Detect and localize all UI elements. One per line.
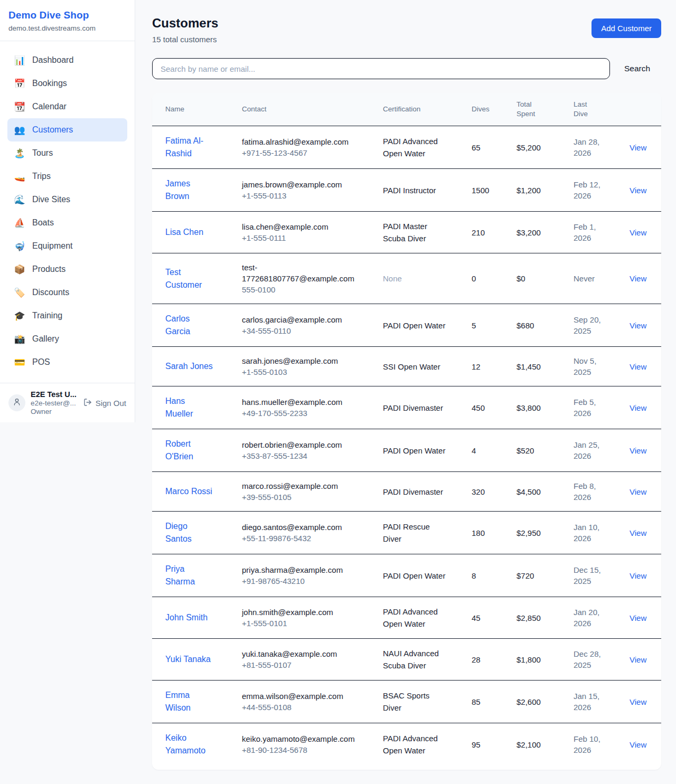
- customer-email: diego.santos@example.com: [242, 522, 355, 533]
- table-row: Robert O'Brien robert.obrien@example.com…: [152, 429, 661, 472]
- view-customer-link[interactable]: View: [630, 362, 646, 371]
- customer-phone: +39-555-0105: [242, 492, 355, 503]
- customer-name-link[interactable]: Carlos Garcia: [165, 314, 190, 336]
- customer-certification: PADI Instructor: [383, 176, 472, 205]
- sidebar-item-discounts[interactable]: 🏷️ Discounts: [7, 281, 127, 304]
- view-customer-link[interactable]: View: [630, 740, 646, 749]
- sidebar-item-label: Tours: [32, 148, 53, 158]
- customer-last-dive: Feb 12, 2026: [574, 171, 630, 210]
- customer-phone: +81-555-0107: [242, 659, 355, 670]
- view-customer-link[interactable]: View: [630, 528, 646, 537]
- customer-name-link[interactable]: Sarah Jones: [165, 362, 213, 371]
- customer-dives: 180: [472, 519, 517, 547]
- customer-certification: PADI Divemaster: [383, 477, 472, 506]
- search-bar: Search: [152, 58, 661, 79]
- customer-total-spent: $3,800: [517, 394, 574, 422]
- customer-name-link[interactable]: Hans Mueller: [165, 396, 193, 418]
- sidebar-header: Demo Dive Shop demo.test.divestreams.com: [0, 0, 135, 41]
- customer-email: hans.mueller@example.com: [242, 396, 355, 408]
- customer-name-link[interactable]: Marco Rossi: [165, 487, 212, 496]
- sidebar-user-section: E2E Test U... e2e-tester@... Owner Sign …: [0, 383, 135, 422]
- table-row: Lisa Chen lisa.chen@example.com +1-555-0…: [152, 212, 661, 253]
- sidebar: Demo Dive Shop demo.test.divestreams.com…: [0, 0, 135, 422]
- customer-dives: 85: [472, 688, 517, 716]
- customer-name-link[interactable]: Yuki Tanaka: [165, 655, 211, 664]
- view-customer-link[interactable]: View: [630, 403, 646, 412]
- customer-name-link[interactable]: Test Customer: [165, 268, 202, 289]
- sidebar-item-training[interactable]: 🎓 Training: [7, 304, 127, 327]
- view-customer-link[interactable]: View: [630, 613, 646, 622]
- view-customer-link[interactable]: View: [630, 274, 646, 283]
- sign-out-button[interactable]: Sign Out: [83, 398, 126, 408]
- add-customer-button[interactable]: Add Customer: [592, 18, 661, 38]
- customer-certification: PADI Open Water: [383, 561, 472, 590]
- customer-dives: 65: [472, 134, 517, 162]
- table-row: Diego Santos diego.santos@example.com +5…: [152, 512, 661, 554]
- view-customer-link[interactable]: View: [630, 446, 646, 455]
- sidebar-item-gallery[interactable]: 📸 Gallery: [7, 327, 127, 351]
- dashboard-icon: 📊: [14, 56, 25, 65]
- customer-last-dive: Feb 10, 2026: [574, 725, 630, 764]
- view-customer-link[interactable]: View: [630, 571, 646, 580]
- sidebar-item-bookings[interactable]: 📅 Bookings: [7, 72, 127, 95]
- customer-phone: +44-555-0108: [242, 702, 355, 713]
- trips-icon: 🚤: [14, 172, 25, 181]
- customer-name-link[interactable]: James Brown: [165, 179, 190, 201]
- sidebar-item-dashboard[interactable]: 📊 Dashboard: [7, 49, 127, 72]
- table-row: Sarah Jones sarah.jones@example.com +1-5…: [152, 347, 661, 386]
- view-customer-link[interactable]: View: [630, 487, 646, 496]
- dive-sites-icon: 🌊: [14, 195, 25, 204]
- customer-last-dive: Jan 10, 2026: [574, 513, 630, 552]
- customer-total-spent: $0: [517, 265, 574, 292]
- customer-phone: +1-555-0103: [242, 366, 355, 377]
- customer-dives: 8: [472, 562, 517, 590]
- column-header-total-spent: Total Spent: [517, 93, 574, 126]
- sidebar-item-label: Gallery: [32, 334, 59, 344]
- sign-out-label: Sign Out: [96, 399, 126, 408]
- customer-certification: PADI Rescue Diver: [383, 512, 472, 553]
- customer-last-dive: Dec 28, 2025: [574, 640, 630, 679]
- customer-dives: 1500: [472, 176, 517, 204]
- view-customer-link[interactable]: View: [630, 228, 646, 237]
- customer-total-spent: $3,200: [517, 219, 574, 247]
- customer-total-spent: $1,200: [517, 176, 574, 204]
- customer-name-link[interactable]: Fatima Al-Rashid: [165, 136, 203, 158]
- sidebar-item-pos[interactable]: 💳 POS: [7, 351, 127, 374]
- gallery-icon: 📸: [14, 335, 25, 344]
- products-icon: 📦: [14, 265, 25, 274]
- customer-name-link[interactable]: Priya Sharma: [165, 564, 195, 586]
- view-customer-link[interactable]: View: [630, 143, 646, 152]
- view-customer-link[interactable]: View: [630, 186, 646, 195]
- view-customer-link[interactable]: View: [630, 697, 646, 706]
- customer-name-link[interactable]: Keiko Yamamoto: [165, 733, 205, 755]
- customer-name-link[interactable]: Emma Wilson: [165, 691, 191, 712]
- customer-total-spent: $2,100: [517, 731, 574, 759]
- view-customer-link[interactable]: View: [630, 321, 646, 330]
- sidebar-item-tours[interactable]: 🏝️ Tours: [7, 141, 127, 165]
- search-button[interactable]: Search: [624, 64, 650, 73]
- page-title: Customers: [152, 16, 218, 31]
- sidebar-item-products[interactable]: 📦 Products: [7, 258, 127, 281]
- customer-email: marco.rossi@example.com: [242, 480, 355, 492]
- customer-phone: +971-55-123-4567: [242, 147, 355, 158]
- customer-name-link[interactable]: Diego Santos: [165, 522, 192, 543]
- customer-name-link[interactable]: Lisa Chen: [165, 228, 203, 237]
- customer-total-spent: $720: [517, 562, 574, 590]
- sidebar-item-trips[interactable]: 🚤 Trips: [7, 165, 127, 188]
- customer-last-dive: Feb 8, 2026: [574, 472, 630, 511]
- customer-total-spent: $1,800: [517, 646, 574, 674]
- table-row: James Brown james.brown@example.com +1-5…: [152, 169, 661, 212]
- customer-email: keiko.yamamoto@example.com: [242, 733, 355, 744]
- sidebar-item-customers[interactable]: 👥 Customers: [7, 118, 127, 141]
- customer-total-spent: $520: [517, 437, 574, 465]
- sidebar-item-equipment[interactable]: 🤿 Equipment: [7, 234, 127, 258]
- customer-name-link[interactable]: Robert O'Brien: [165, 439, 193, 461]
- search-input[interactable]: [152, 58, 610, 79]
- view-customer-link[interactable]: View: [630, 655, 646, 664]
- column-header-certification: Certification: [383, 98, 472, 121]
- sidebar-item-boats[interactable]: ⛵ Boats: [7, 211, 127, 234]
- sidebar-item-calendar[interactable]: 📆 Calendar: [7, 95, 127, 118]
- customer-last-dive: Sep 20, 2025: [574, 306, 630, 345]
- sidebar-item-dive-sites[interactable]: 🌊 Dive Sites: [7, 188, 127, 211]
- customer-name-link[interactable]: John Smith: [165, 613, 208, 622]
